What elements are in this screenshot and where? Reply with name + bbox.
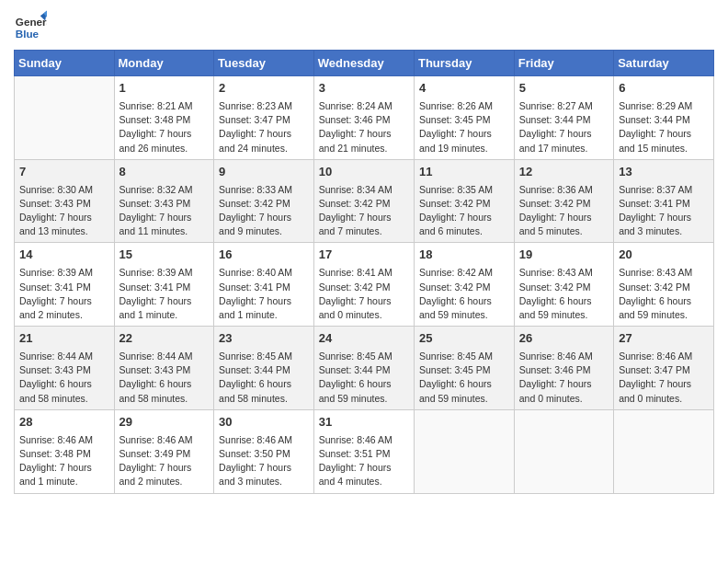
calendar-cell: 27Sunrise: 8:46 AMSunset: 3:47 PMDayligh… bbox=[614, 327, 714, 410]
calendar-cell: 17Sunrise: 8:41 AMSunset: 3:42 PMDayligh… bbox=[313, 243, 414, 327]
cell-info-line: Sunset: 3:42 PM bbox=[419, 282, 491, 293]
cell-info-line: Sunrise: 8:46 AM bbox=[519, 350, 593, 362]
cell-info-line: Sunset: 3:51 PM bbox=[319, 448, 391, 459]
cell-info-line: and 1 minute. bbox=[19, 476, 78, 487]
cell-info-line: Sunrise: 8:41 AM bbox=[319, 267, 392, 278]
cell-content: 17Sunrise: 8:41 AMSunset: 3:42 PMDayligh… bbox=[319, 247, 409, 322]
calendar-cell: 19Sunrise: 8:43 AMSunset: 3:42 PMDayligh… bbox=[514, 243, 613, 327]
cell-content: 8Sunrise: 8:32 AMSunset: 3:43 PMDaylight… bbox=[119, 164, 210, 239]
cell-info-line: Sunset: 3:44 PM bbox=[219, 364, 290, 375]
calendar-cell: 16Sunrise: 8:40 AMSunset: 3:41 PMDayligh… bbox=[214, 243, 314, 327]
cell-info-line: and 59 minutes. bbox=[319, 393, 388, 404]
cell-info-line: Sunrise: 8:27 AM bbox=[519, 100, 593, 111]
col-header-monday: Monday bbox=[114, 51, 214, 76]
cell-info-line: Daylight: 6 hours bbox=[119, 378, 192, 389]
day-number: 23 bbox=[219, 330, 309, 348]
cell-info-line: Sunrise: 8:46 AM bbox=[219, 434, 292, 445]
calendar-cell: 24Sunrise: 8:45 AMSunset: 3:44 PMDayligh… bbox=[313, 327, 414, 410]
cell-info-line: and 3 minutes. bbox=[219, 476, 282, 487]
day-number: 3 bbox=[319, 80, 409, 98]
cell-info-line: Daylight: 7 hours bbox=[319, 128, 392, 139]
calendar-cell: 26Sunrise: 8:46 AMSunset: 3:46 PMDayligh… bbox=[514, 327, 613, 410]
calendar-cell: 8Sunrise: 8:32 AMSunset: 3:43 PMDaylight… bbox=[114, 159, 214, 243]
day-number: 18 bbox=[419, 247, 509, 264]
cell-info-line: Daylight: 7 hours bbox=[419, 212, 492, 223]
cell-info-line: Sunrise: 8:39 AM bbox=[119, 267, 193, 278]
cell-info-line: and 17 minutes. bbox=[519, 143, 588, 154]
cell-info-line: and 2 minutes. bbox=[19, 309, 83, 320]
cell-info-line: and 15 minutes. bbox=[619, 143, 688, 154]
cell-info-line: and 59 minutes. bbox=[419, 309, 488, 320]
day-number: 24 bbox=[319, 330, 409, 348]
cell-content: 2Sunrise: 8:23 AMSunset: 3:47 PMDaylight… bbox=[219, 80, 309, 155]
cell-content: 25Sunrise: 8:45 AMSunset: 3:45 PMDayligh… bbox=[419, 330, 509, 406]
cell-info-line: Sunrise: 8:37 AM bbox=[619, 184, 692, 195]
cell-info-line: Sunset: 3:43 PM bbox=[119, 364, 191, 375]
cell-info-line: Daylight: 7 hours bbox=[119, 295, 192, 306]
cell-content: 16Sunrise: 8:40 AMSunset: 3:41 PMDayligh… bbox=[219, 247, 309, 322]
cell-info-line: Daylight: 6 hours bbox=[619, 295, 691, 306]
cell-info-line: Daylight: 7 hours bbox=[19, 462, 92, 473]
cell-content: 9Sunrise: 8:33 AMSunset: 3:42 PMDaylight… bbox=[219, 164, 309, 239]
cell-info-line: and 59 minutes. bbox=[519, 309, 588, 320]
cell-info-line: Sunrise: 8:35 AM bbox=[419, 184, 493, 195]
cell-content: 28Sunrise: 8:46 AMSunset: 3:48 PMDayligh… bbox=[19, 414, 109, 489]
cell-info-line: Sunrise: 8:43 AM bbox=[619, 267, 692, 278]
cell-info-line: Sunset: 3:44 PM bbox=[519, 114, 591, 125]
col-header-friday: Friday bbox=[514, 51, 613, 76]
cell-info-line: Sunset: 3:43 PM bbox=[119, 198, 191, 209]
day-number: 2 bbox=[219, 80, 309, 98]
cell-info-line: Sunrise: 8:34 AM bbox=[319, 184, 392, 195]
day-number: 25 bbox=[419, 330, 509, 348]
calendar-cell: 12Sunrise: 8:36 AMSunset: 3:42 PMDayligh… bbox=[514, 159, 613, 243]
calendar-cell bbox=[514, 409, 613, 493]
cell-info-line: and 1 minute. bbox=[119, 309, 178, 320]
calendar-cell bbox=[15, 76, 115, 160]
calendar-cell bbox=[614, 409, 714, 493]
cell-info-line: Sunset: 3:48 PM bbox=[119, 114, 191, 125]
day-number: 10 bbox=[319, 164, 409, 181]
day-number: 6 bbox=[619, 80, 709, 98]
cell-content: 7Sunrise: 8:30 AMSunset: 3:43 PMDaylight… bbox=[19, 164, 109, 239]
cell-info-line: Daylight: 7 hours bbox=[519, 212, 592, 223]
cell-info-line: and 26 minutes. bbox=[119, 143, 188, 154]
cell-info-line: Sunset: 3:41 PM bbox=[219, 282, 290, 293]
calendar-cell: 28Sunrise: 8:46 AMSunset: 3:48 PMDayligh… bbox=[15, 409, 115, 493]
cell-content: 29Sunrise: 8:46 AMSunset: 3:49 PMDayligh… bbox=[119, 414, 210, 489]
cell-content: 10Sunrise: 8:34 AMSunset: 3:42 PMDayligh… bbox=[319, 164, 409, 239]
calendar-cell: 13Sunrise: 8:37 AMSunset: 3:41 PMDayligh… bbox=[614, 159, 714, 243]
cell-content: 11Sunrise: 8:35 AMSunset: 3:42 PMDayligh… bbox=[419, 164, 509, 239]
cell-content: 27Sunrise: 8:46 AMSunset: 3:47 PMDayligh… bbox=[619, 330, 709, 406]
calendar-cell: 30Sunrise: 8:46 AMSunset: 3:50 PMDayligh… bbox=[214, 409, 314, 493]
cell-info-line: Sunset: 3:48 PM bbox=[19, 448, 91, 459]
cell-info-line: Sunset: 3:42 PM bbox=[319, 198, 391, 209]
cell-content: 12Sunrise: 8:36 AMSunset: 3:42 PMDayligh… bbox=[519, 164, 609, 239]
cell-info-line: Sunset: 3:42 PM bbox=[519, 198, 591, 209]
cell-info-line: and 4 minutes. bbox=[319, 476, 382, 487]
calendar-cell: 29Sunrise: 8:46 AMSunset: 3:49 PMDayligh… bbox=[114, 409, 214, 493]
cell-info-line: Sunset: 3:50 PM bbox=[219, 448, 290, 459]
cell-info-line: Sunset: 3:43 PM bbox=[19, 198, 91, 209]
cell-info-line: Sunrise: 8:39 AM bbox=[19, 267, 93, 278]
cell-info-line: and 0 minutes. bbox=[519, 393, 583, 404]
cell-info-line: and 7 minutes. bbox=[319, 225, 382, 236]
calendar-cell: 9Sunrise: 8:33 AMSunset: 3:42 PMDaylight… bbox=[214, 159, 314, 243]
calendar-cell: 15Sunrise: 8:39 AMSunset: 3:41 PMDayligh… bbox=[114, 243, 214, 327]
cell-info-line: Sunset: 3:42 PM bbox=[219, 198, 290, 209]
cell-info-line: Sunrise: 8:24 AM bbox=[319, 100, 392, 111]
cell-info-line: Daylight: 6 hours bbox=[419, 295, 492, 306]
cell-info-line: Sunrise: 8:40 AM bbox=[219, 267, 292, 278]
cell-info-line: Sunset: 3:45 PM bbox=[419, 364, 491, 375]
cell-info-line: Sunrise: 8:33 AM bbox=[219, 184, 292, 195]
logo: General Blue bbox=[14, 9, 47, 42]
cell-info-line: and 1 minute. bbox=[219, 309, 278, 320]
calendar-cell: 31Sunrise: 8:46 AMSunset: 3:51 PMDayligh… bbox=[313, 409, 414, 493]
cell-info-line: Sunset: 3:41 PM bbox=[119, 282, 191, 293]
day-number: 8 bbox=[119, 164, 210, 181]
cell-info-line: Sunrise: 8:46 AM bbox=[19, 434, 93, 445]
cell-info-line: Daylight: 7 hours bbox=[619, 378, 691, 389]
cell-info-line: and 58 minutes. bbox=[219, 393, 288, 404]
day-number: 9 bbox=[219, 164, 309, 181]
cell-info-line: Sunset: 3:45 PM bbox=[419, 114, 491, 125]
calendar-table: SundayMondayTuesdayWednesdayThursdayFrid… bbox=[14, 50, 714, 494]
